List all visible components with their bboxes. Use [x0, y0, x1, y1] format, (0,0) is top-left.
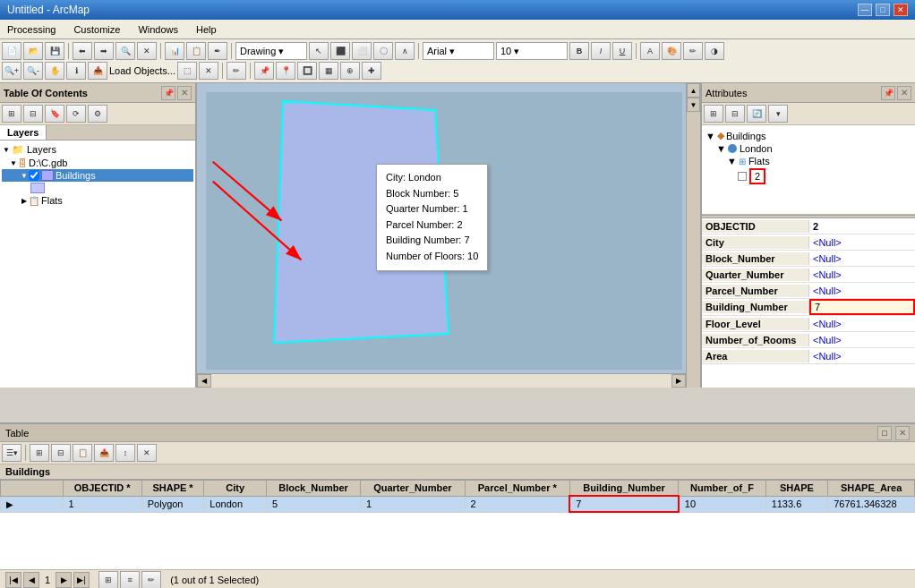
- attr-btn-3[interactable]: 🔄: [747, 105, 766, 123]
- maximize-button[interactable]: □: [876, 4, 890, 16]
- underline-btn[interactable]: U: [612, 42, 632, 60]
- pan-btn[interactable]: ✋: [45, 62, 64, 80]
- minimize-button[interactable]: —: [858, 4, 872, 16]
- menu-processing[interactable]: Processing: [4, 22, 59, 37]
- col-header-blocknumber[interactable]: Block_Number: [266, 481, 360, 497]
- col-header-quarternumber[interactable]: Quarter_Number: [361, 481, 466, 497]
- toc-flats-item[interactable]: ▶ 📋 Flats: [2, 194, 193, 207]
- toolbar-btn-10[interactable]: ✒: [208, 42, 227, 60]
- nav-first-btn[interactable]: |◀: [5, 572, 21, 588]
- attr-btn-1[interactable]: ⊞: [704, 105, 723, 123]
- table-view-btn-1[interactable]: ⊞: [98, 571, 118, 589]
- scroll-right-btn[interactable]: ▶: [671, 374, 686, 388]
- menu-customize[interactable]: Customize: [70, 22, 124, 37]
- toc-btn-1[interactable]: ⊞: [2, 105, 21, 123]
- table-view-btn-2[interactable]: ≡: [120, 571, 140, 589]
- load-objects-btn[interactable]: 📥: [88, 62, 107, 80]
- table-btn-1[interactable]: ⊞: [30, 444, 49, 462]
- menu-windows[interactable]: Windows: [134, 22, 182, 37]
- table-btn-3[interactable]: 📋: [73, 444, 92, 462]
- col-header-numberof[interactable]: Number_of_F: [679, 481, 765, 497]
- toc-db-item[interactable]: ▼ 🗄 D:\C.gdb: [2, 157, 193, 169]
- table-btn-4[interactable]: 📤: [94, 444, 114, 462]
- close-button[interactable]: ✕: [894, 4, 908, 16]
- nav-last-btn[interactable]: ▶|: [73, 572, 90, 588]
- col-header-shape[interactable]: SHAPE *: [141, 481, 204, 497]
- toolbar-btn-2[interactable]: 📂: [23, 42, 43, 60]
- toolbar-btn-11[interactable]: ⬛: [330, 42, 350, 60]
- toolbar-btn-1[interactable]: 📄: [2, 42, 21, 60]
- table-content[interactable]: OBJECTID * SHAPE * City Block_Number Qua…: [0, 480, 915, 569]
- nav-prev-btn[interactable]: ◀: [23, 572, 39, 588]
- attr-tree-value[interactable]: 2: [705, 167, 911, 185]
- nav-next-btn[interactable]: ▶: [56, 572, 72, 588]
- table-btn-2[interactable]: ⊟: [51, 444, 71, 462]
- toolbar-btn-14[interactable]: ∧: [395, 42, 415, 60]
- font-size-dropdown[interactable]: 10 ▾: [496, 42, 568, 60]
- shadow-btn[interactable]: ◑: [705, 42, 724, 60]
- tool-btn-2[interactable]: 📍: [276, 62, 295, 80]
- attr-btn-2[interactable]: ⊟: [725, 105, 745, 123]
- col-header-city[interactable]: City: [204, 481, 267, 497]
- attr-close-btn[interactable]: ✕: [897, 86, 911, 100]
- toc-btn-5[interactable]: ⚙: [88, 105, 107, 123]
- toc-btn-3[interactable]: 🔖: [45, 105, 64, 123]
- toolbar-btn-6[interactable]: 🔍: [115, 42, 135, 60]
- col-header-objectid[interactable]: OBJECTID *: [63, 481, 141, 497]
- toc-buildings-item[interactable]: ▼ Buildings: [2, 169, 193, 182]
- tool-btn-6[interactable]: ✚: [362, 62, 381, 80]
- table-close-btn[interactable]: ✕: [895, 426, 910, 440]
- buildings-checkbox[interactable]: [29, 170, 39, 181]
- fill-color-btn[interactable]: 🎨: [662, 42, 681, 60]
- table-btn-5[interactable]: ↕: [115, 444, 135, 462]
- table-edit-btn[interactable]: ✏: [141, 571, 161, 589]
- table-btn-6[interactable]: ✕: [137, 444, 157, 462]
- toc-pin-btn[interactable]: 📌: [161, 86, 175, 100]
- toc-layers-item[interactable]: ▼ 📁 Layers: [2, 142, 193, 157]
- line-color-btn[interactable]: ✏: [683, 42, 703, 60]
- bold-btn[interactable]: B: [569, 42, 589, 60]
- map-scrollbar-v[interactable]: ▲ ▼: [686, 83, 700, 388]
- italic-btn[interactable]: I: [591, 42, 611, 60]
- clear-sel-btn[interactable]: ✕: [199, 62, 218, 80]
- toc-tab-layers[interactable]: Layers: [0, 125, 47, 140]
- col-header-shapearea[interactable]: SHAPE_Area: [828, 481, 915, 497]
- col-header-buildingnumber[interactable]: Building_Number: [569, 481, 678, 497]
- col-header-shape2[interactable]: SHAPE: [765, 481, 828, 497]
- tool-btn-1[interactable]: 📌: [254, 62, 274, 80]
- scroll-down-btn[interactable]: ▼: [687, 98, 700, 112]
- toolbar-btn-13[interactable]: 〇: [373, 42, 393, 60]
- table-row[interactable]: ▶ 1 Polygon London 5 1 2 7 10 1133.6 767…: [1, 496, 915, 512]
- toolbar-btn-8[interactable]: 📊: [165, 42, 184, 60]
- font-dropdown[interactable]: Arial ▾: [423, 42, 494, 60]
- editor-btn[interactable]: ✏: [227, 62, 246, 80]
- tool-btn-5[interactable]: ⊕: [340, 62, 360, 80]
- tool-btn-3[interactable]: 🔲: [297, 62, 317, 80]
- scroll-left-btn[interactable]: ◀: [197, 374, 211, 388]
- table-menu-btn[interactable]: ☰▾: [2, 444, 21, 462]
- toolbar-btn-9[interactable]: 📋: [186, 42, 206, 60]
- map-area[interactable]: City: London Block Number: 5 Quarter Num…: [197, 83, 700, 388]
- drawing-dropdown[interactable]: Drawing ▾: [235, 42, 307, 60]
- table-restore-btn[interactable]: □: [877, 426, 892, 440]
- zoom-in-btn[interactable]: 🔍+: [2, 62, 21, 80]
- identify-btn[interactable]: ℹ: [66, 62, 86, 80]
- attr-btn-4[interactable]: ▾: [768, 105, 788, 123]
- scroll-up-btn[interactable]: ▲: [687, 83, 700, 98]
- toolbar-btn-5[interactable]: ➡: [94, 42, 114, 60]
- font-color-btn[interactable]: A: [640, 42, 660, 60]
- scroll-track-h[interactable]: [211, 374, 671, 388]
- select-btn[interactable]: ⬚: [177, 62, 197, 80]
- col-header-parcelnumber[interactable]: Parcel_Number *: [465, 481, 569, 497]
- zoom-out-btn[interactable]: 🔍-: [23, 62, 43, 80]
- tool-btn-4[interactable]: ▦: [319, 62, 338, 80]
- cursor-btn[interactable]: ↖: [309, 42, 329, 60]
- toolbar-btn-3[interactable]: 💾: [45, 42, 64, 60]
- attr-pin-btn[interactable]: 📌: [881, 86, 895, 100]
- toc-close-btn[interactable]: ✕: [177, 86, 192, 100]
- menu-help[interactable]: Help: [192, 22, 220, 37]
- toolbar-btn-12[interactable]: ⬜: [352, 42, 372, 60]
- toc-btn-2[interactable]: ⊟: [23, 105, 43, 123]
- toc-btn-4[interactable]: ⟳: [66, 105, 86, 123]
- map-scrollbar-h[interactable]: ◀ ▶: [197, 373, 686, 388]
